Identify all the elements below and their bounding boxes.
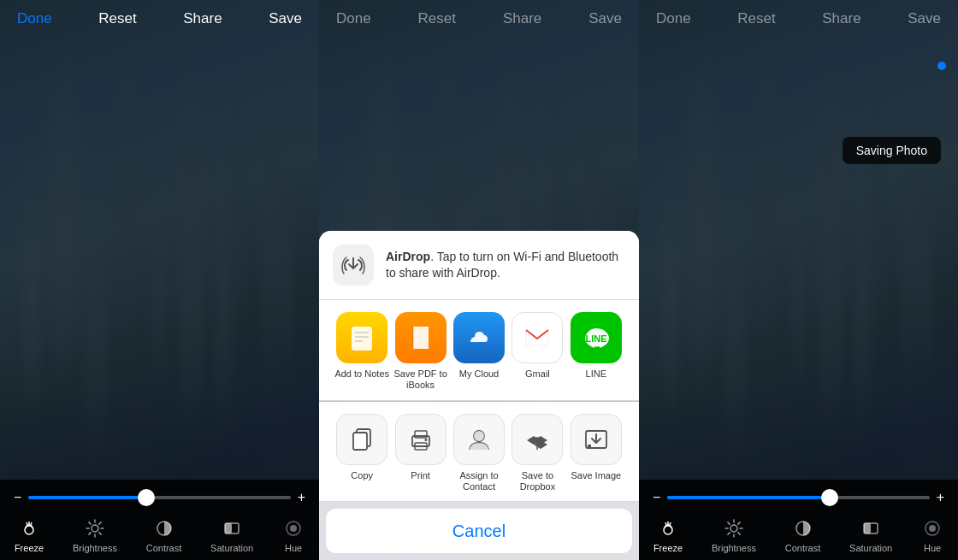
center-top-bar: Done Reset Share Save <box>319 0 639 38</box>
right-tool-hue[interactable]: Hue <box>921 517 943 553</box>
right-contrast-label: Contrast <box>785 543 821 553</box>
left-freeze-label: Freeze <box>15 543 44 553</box>
svg-rect-22 <box>353 433 367 450</box>
action-save-image[interactable]: Save Image <box>567 414 625 492</box>
left-slider-track[interactable] <box>28 496 290 499</box>
left-brightness-icon <box>84 517 106 539</box>
left-slider-fill <box>28 496 146 499</box>
right-done-button[interactable]: Done <box>653 7 695 31</box>
action-copy[interactable]: Copy <box>333 414 391 492</box>
app-icon-ibooks[interactable]: Save PDF to iBooks <box>391 312 449 391</box>
left-save-button[interactable]: Save <box>265 7 305 31</box>
center-share-button[interactable]: Share <box>500 7 545 31</box>
left-slider-row: − + <box>0 480 319 512</box>
app-icon-mycloud[interactable]: My Cloud <box>450 312 508 391</box>
mycloud-icon <box>453 312 505 363</box>
left-tool-contrast[interactable]: Contrast <box>146 517 182 553</box>
blue-indicator-dot <box>937 62 946 70</box>
center-done-button[interactable]: Done <box>333 7 375 31</box>
right-share-button[interactable]: Share <box>819 7 864 31</box>
gmail-icon <box>512 312 563 363</box>
left-bottom-bar: − + Freeze <box>0 480 319 560</box>
left-done-button[interactable]: Done <box>14 7 56 31</box>
left-brightness-label: Brightness <box>73 543 117 553</box>
left-tool-saturation[interactable]: Saturation <box>210 517 253 553</box>
right-tools-row: Freeze Brightn <box>639 512 958 560</box>
center-panel: Done Reset Share Save AirDrop. Tap <box>319 0 639 560</box>
left-tool-hue[interactable]: Hue <box>282 517 305 553</box>
save-image-label: Save Image <box>571 470 621 481</box>
right-tool-saturation[interactable]: Saturation <box>849 517 892 553</box>
svg-line-38 <box>738 533 740 534</box>
action-print[interactable]: Print <box>391 414 449 492</box>
right-tool-freeze[interactable]: Freeze <box>653 517 683 553</box>
left-reset-button[interactable]: Reset <box>95 7 139 31</box>
svg-line-8 <box>99 522 101 524</box>
mycloud-label: My Cloud <box>459 368 499 380</box>
ibooks-label: Save PDF to iBooks <box>391 368 449 391</box>
svg-point-45 <box>929 525 936 532</box>
right-reset-button[interactable]: Reset <box>734 7 778 31</box>
left-share-button[interactable]: Share <box>180 7 225 31</box>
ibooks-icon <box>395 312 446 363</box>
left-contrast-label: Contrast <box>146 543 182 553</box>
svg-line-6 <box>89 522 91 524</box>
left-slider-plus[interactable]: + <box>298 490 305 505</box>
left-photo-bg <box>0 0 319 560</box>
right-slider-fill <box>667 496 830 499</box>
svg-rect-43 <box>864 523 871 533</box>
airdrop-row[interactable]: AirDrop. Tap to turn on Wi-Fi and Blueto… <box>319 231 639 300</box>
center-reset-button[interactable]: Reset <box>415 7 459 31</box>
left-contrast-icon <box>153 517 175 539</box>
action-icons-row: Copy Print <box>319 402 639 502</box>
right-save-button[interactable]: Save <box>904 7 944 31</box>
cancel-button[interactable]: Cancel <box>326 509 632 553</box>
right-tool-contrast[interactable]: Contrast <box>785 517 821 553</box>
right-top-bar: Done Reset Share Save <box>639 0 958 38</box>
svg-line-37 <box>728 522 730 524</box>
app-icon-line[interactable]: LINE LINE <box>567 312 625 391</box>
left-tool-brightness[interactable]: Brightness <box>73 517 117 553</box>
gmail-label: Gmail <box>525 368 550 380</box>
left-slider-minus[interactable]: − <box>14 490 21 505</box>
copy-icon <box>336 414 387 465</box>
right-slider-minus[interactable]: − <box>653 490 660 505</box>
svg-line-9 <box>89 533 91 534</box>
right-hue-icon <box>921 517 943 539</box>
right-slider-plus[interactable]: + <box>937 490 944 505</box>
right-panel: Done Reset Share Save Saving Photo − + <box>639 0 958 560</box>
right-slider-row: − + <box>639 480 958 512</box>
airdrop-title: AirDrop <box>386 250 430 263</box>
center-save-button[interactable]: Save <box>585 7 625 31</box>
right-bottom-bar: − + Freeze <box>639 480 958 560</box>
right-slider-track[interactable] <box>667 496 929 499</box>
print-label: Print <box>411 470 430 481</box>
left-freeze-icon <box>18 517 40 539</box>
action-save-dropbox[interactable]: Save to Dropbox <box>508 414 566 492</box>
left-saturation-label: Saturation <box>210 543 253 553</box>
cancel-label: Cancel <box>452 522 506 541</box>
right-brightness-label: Brightness <box>712 543 756 553</box>
assign-contact-icon <box>453 414 505 465</box>
right-tool-brightness[interactable]: Brightness <box>712 517 756 553</box>
right-contrast-icon <box>792 517 814 539</box>
app-icon-notes[interactable]: Add to Notes <box>333 312 391 391</box>
left-tools-row: Freeze Brightn <box>0 512 319 560</box>
save-image-icon <box>571 414 622 465</box>
svg-rect-30 <box>588 445 591 448</box>
app-icon-gmail[interactable]: Gmail <box>508 312 566 391</box>
share-sheet: AirDrop. Tap to turn on Wi-Fi and Blueto… <box>319 231 639 560</box>
svg-line-39 <box>738 522 740 524</box>
airdrop-text: AirDrop. Tap to turn on Wi-Fi and Blueto… <box>386 249 625 282</box>
airdrop-icon <box>333 245 374 286</box>
line-icon: LINE <box>571 312 622 363</box>
dropbox-label: Save to Dropbox <box>508 470 566 492</box>
left-tool-freeze[interactable]: Freeze <box>15 517 44 553</box>
dropbox-icon <box>512 414 563 465</box>
action-assign-contact[interactable]: Assign to Contact <box>450 414 508 492</box>
left-top-bar: Done Reset Share Save <box>0 0 319 38</box>
app-icons-row: Add to Notes Save PDF to iBooks <box>319 300 639 400</box>
right-saturation-label: Saturation <box>849 543 892 553</box>
svg-point-1 <box>92 525 98 532</box>
right-slider-thumb <box>821 489 838 506</box>
